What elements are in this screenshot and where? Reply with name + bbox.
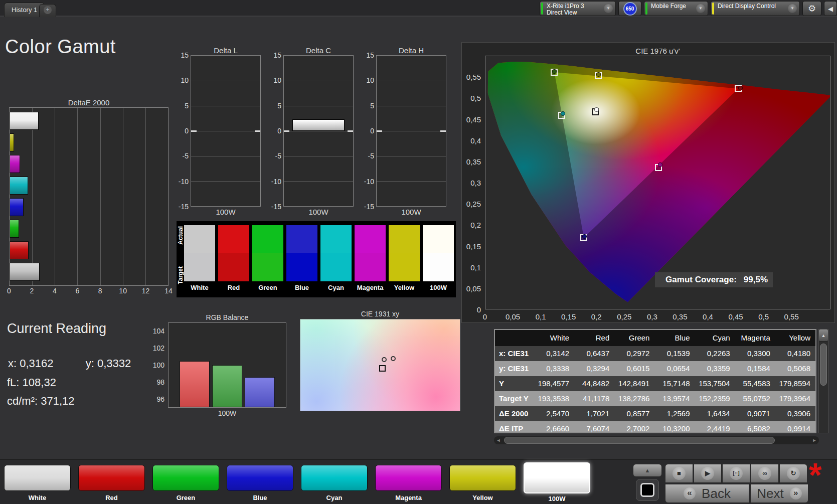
rgb-balance-y-axis: 1041021009896	[148, 322, 166, 408]
y-tick-label: 10	[273, 76, 281, 84]
column-header: Blue	[654, 330, 695, 346]
cell: 41,1178	[574, 391, 614, 406]
pattern-button-cyan[interactable]: Cyan	[301, 465, 368, 501]
triangle-up-icon: ▲	[821, 333, 826, 338]
chevron-left-icon: ◀	[828, 5, 833, 13]
vertical-scroll-thumb[interactable]	[820, 344, 827, 386]
pattern-button-white[interactable]: White	[4, 465, 71, 501]
source-dropdown[interactable]: Mobile Forge ▼	[644, 1, 708, 16]
collapse-panel-button[interactable]: ◀	[824, 1, 837, 16]
y-tick-label: 15	[366, 51, 374, 59]
gamut-point-green	[551, 69, 558, 76]
x-tick-label: 6	[75, 287, 79, 295]
step-icon: [··]	[730, 467, 743, 480]
x-tick-label: 8	[98, 287, 102, 295]
row-label: y: CIE31	[495, 361, 534, 376]
horizontal-scroll-thumb[interactable]	[504, 437, 775, 444]
x-tick-label: 14	[164, 287, 173, 295]
y-tick-label: 10	[181, 76, 189, 84]
pattern-button-yellow[interactable]: Yellow	[449, 465, 516, 501]
step-button[interactable]: [··]	[722, 464, 750, 483]
actual-swatch	[389, 225, 420, 253]
cell: 1,2569	[654, 406, 695, 421]
table-horizontal-scrollbar[interactable]: ◄ ►	[494, 436, 819, 444]
pattern-window-up-button[interactable]: ▲	[633, 464, 662, 477]
back-button[interactable]: « Back	[665, 484, 749, 503]
x-tick-label: 2	[30, 287, 34, 295]
current-reading-xy: x: 0,3162 y: 0,3332	[8, 357, 131, 370]
y-tick-label: 100	[153, 361, 164, 369]
pattern-window-icon	[640, 483, 654, 497]
delta-l-y-axis: 151050-5-10-15	[172, 55, 191, 207]
play-button[interactable]: ▶	[694, 464, 722, 483]
next-button[interactable]: Next »	[750, 484, 808, 503]
pattern-window-button[interactable]	[636, 479, 659, 501]
y-tick-label: 0,55	[466, 73, 481, 81]
y-tick-label: 15	[181, 51, 189, 59]
table-header-row: WhiteRedGreenBlueCyanMagentaYellow	[495, 330, 815, 346]
zero-tick	[191, 130, 197, 132]
scroll-left-icon[interactable]: ◄	[494, 438, 503, 443]
row-label: ΔE ITP	[495, 421, 534, 433]
zero-tick	[348, 130, 353, 132]
meter-dropdown[interactable]: X-Rite i1Pro 3 Direct View ▼	[540, 1, 616, 16]
gamut-point-white	[592, 108, 599, 115]
refresh-button[interactable]: ↻	[779, 464, 807, 483]
cell: 1,6434	[695, 406, 735, 421]
gamut-coverage: Gamut Coverage: 99,5%	[655, 272, 773, 287]
x-tick-label: 0,05	[506, 312, 520, 321]
display-control-dropdown[interactable]: Direct Display Control ▼	[711, 1, 800, 16]
stop-button[interactable]: ■	[665, 464, 693, 483]
measured-dot	[582, 234, 587, 239]
column-header: Yellow	[775, 330, 815, 346]
pattern-button-green[interactable]: Green	[152, 465, 219, 501]
pattern-button-magenta[interactable]: Magenta	[375, 465, 442, 501]
gridline	[191, 181, 260, 182]
table-vertical-scrollbar[interactable]: ▲	[818, 329, 828, 433]
y-tick-label: 96	[156, 395, 164, 403]
delta-l-x-label: 100W	[191, 208, 261, 216]
pattern-button-blue[interactable]: Blue	[227, 465, 293, 501]
gridline	[284, 181, 353, 182]
x-tick-label: 0,15	[561, 312, 576, 321]
plus-icon: +	[44, 6, 52, 14]
y-tick-label: -10	[179, 178, 189, 186]
gear-icon: ⚙	[808, 3, 816, 14]
settings-button[interactable]: ⚙	[802, 1, 821, 16]
add-tab-button[interactable]: +	[39, 4, 56, 17]
meter-status-indicator	[541, 3, 543, 15]
gridline	[191, 131, 260, 131]
actual-swatch	[423, 225, 454, 253]
loop-button[interactable]: ∞	[751, 464, 779, 483]
zero-tick	[284, 130, 289, 132]
y-tick-label: 5	[277, 102, 281, 110]
y-tick-label: 0,45	[466, 115, 481, 123]
calman-window: History 1 + X-Rite i1Pro 3 Direct View ▼…	[0, 0, 837, 504]
scroll-right-icon[interactable]: ►	[810, 438, 819, 443]
gridline	[377, 156, 446, 156]
deltae2000-title: DeltaE 2000	[9, 98, 169, 107]
table-row: Target Y193,353841,1178138,278613,957415…	[495, 391, 815, 406]
meter-profile-button[interactable]: 650	[618, 1, 641, 16]
actual-swatch	[286, 225, 317, 253]
y-tick-label: 98	[156, 378, 164, 386]
gridline	[284, 81, 353, 81]
cell: 0,6437	[574, 346, 614, 361]
deltae-bar-white	[10, 112, 39, 130]
y-tick-label: 104	[153, 327, 164, 335]
deltae2000-x-axis: 02468101214	[9, 287, 169, 297]
delta-c-title: Delta C	[283, 46, 354, 55]
swatch-column-100w: 100W	[423, 225, 454, 297]
deltae-bar-blue	[10, 198, 24, 216]
delta-l-title: Delta L	[191, 46, 261, 55]
pattern-button-red[interactable]: Red	[78, 465, 145, 501]
zero-tick	[377, 130, 382, 132]
x-tick-label: 4	[53, 287, 57, 295]
target-swatch	[355, 253, 386, 281]
pattern-button-100w[interactable]: 100W	[524, 465, 590, 502]
scroll-up-button[interactable]: ▲	[819, 329, 828, 342]
source-name: Mobile Forge	[651, 3, 692, 10]
cell: 13,9574	[654, 391, 695, 406]
table-row: y: CIE310,33380,32940,60150,06540,33590,…	[495, 361, 815, 376]
gridline	[377, 181, 446, 182]
